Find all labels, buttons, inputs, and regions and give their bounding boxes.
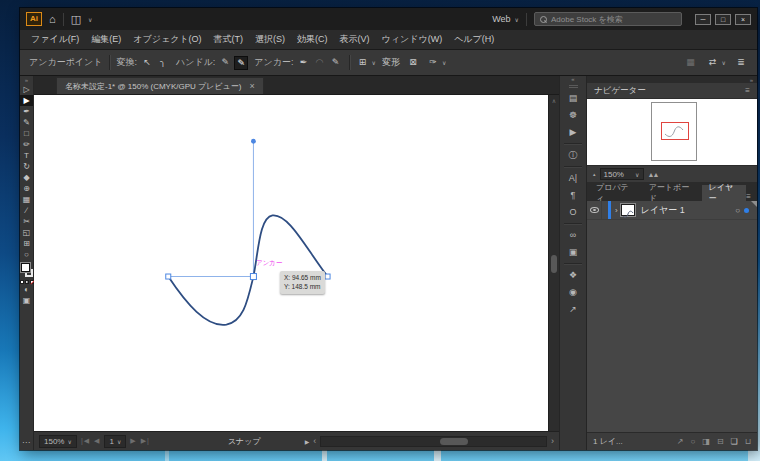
workspace-icon-group[interactable]: ⇄ ∨ [706, 56, 726, 70]
convert-to-smooth-icon[interactable]: ╮ [156, 56, 170, 70]
document-tab[interactable]: 名称未設定-1* @ 150% (CMYK/GPU プレビュー) × [56, 77, 264, 94]
maximize-button[interactable]: □ [715, 14, 731, 25]
rotate-tool[interactable]: ↻ [20, 161, 33, 172]
pen-tool[interactable]: ✒ [20, 106, 33, 117]
anchor-point-right[interactable] [325, 274, 330, 279]
new-layer-icon[interactable]: ❏ [731, 437, 738, 446]
artboards-panel-icon[interactable]: ▤ [562, 90, 584, 107]
asset-export-panel-icon[interactable]: ☸ [562, 107, 584, 124]
align-grid-icon[interactable]: ⊞ [356, 56, 370, 70]
menu-effect[interactable]: 効果(C) [297, 33, 328, 46]
menu-view[interactable]: 表示(V) [340, 33, 370, 46]
zoom-tool[interactable]: ○ [20, 249, 33, 260]
target-circle-icon[interactable]: ○ [735, 206, 740, 215]
drawing-mode-button[interactable]: ◐ [20, 284, 33, 295]
locate-object-icon[interactable]: ○ [690, 437, 695, 446]
home-icon[interactable]: ⌂ [49, 14, 56, 25]
navigator-zoom-field[interactable]: 150% ∨ [600, 168, 644, 180]
close-tab-icon[interactable]: × [249, 81, 254, 91]
search-input[interactable] [551, 15, 676, 24]
artboard-tool[interactable]: ⊞ [20, 238, 33, 249]
show-handles-icon[interactable]: ✎ [218, 56, 232, 70]
document-info-panel-icon[interactable]: ⓘ [562, 147, 584, 164]
align-group[interactable]: ⊞ ∨ [356, 56, 376, 70]
selection-tool[interactable]: ▷ [20, 84, 33, 95]
gradient-button[interactable] [25, 280, 29, 284]
workspace-switcher[interactable]: Web ∨ [492, 14, 519, 24]
vertical-scrollbar[interactable]: ∧ [548, 95, 559, 431]
menu-object[interactable]: オブジェクト(O) [133, 33, 201, 46]
menu-select[interactable]: 選択(S) [255, 33, 285, 46]
artboard-canvas[interactable]: アンカー X: 94.65 mm Y: 148.5 mm [34, 95, 548, 431]
hide-handles-icon[interactable]: ✎ [234, 56, 248, 70]
arrange-documents-icon[interactable]: ◫ [71, 14, 81, 25]
last-artboard-icon[interactable]: ▶| [141, 437, 150, 445]
next-artboard-icon[interactable]: ▶ [130, 437, 136, 445]
panel-menu-icon[interactable]: ≡ [745, 86, 750, 95]
first-artboard-icon[interactable]: |◀ [81, 437, 90, 445]
convert-to-corner-icon[interactable]: ↖ [140, 56, 154, 70]
mesh-tool[interactable]: ▦ [20, 194, 33, 205]
toolbar-grip[interactable]: » [25, 77, 28, 84]
cut-path-icon[interactable]: ✎ [329, 56, 343, 70]
tab-layers[interactable]: レイヤー [702, 185, 747, 201]
previous-artboard-icon[interactable]: ◀ [94, 437, 100, 445]
horizontal-scrollbar[interactable] [320, 436, 547, 447]
anchor-point-left[interactable] [166, 274, 171, 279]
remove-anchor-icon[interactable]: ✒ [297, 56, 311, 70]
fill-stroke-swatches[interactable] [21, 263, 33, 277]
collect-for-export-icon[interactable]: ↗ [677, 437, 684, 446]
navigator-view-rectangle[interactable] [661, 122, 689, 140]
direction-handle-point[interactable] [251, 139, 256, 144]
transform-link[interactable]: 変形 [382, 56, 400, 69]
delete-layer-icon[interactable]: ⊔ [745, 437, 751, 446]
zoom-out-icon[interactable]: ▴ [593, 171, 596, 177]
vertical-scroll-thumb[interactable] [551, 255, 557, 273]
menu-window[interactable]: ウィンドウ(W) [382, 33, 443, 46]
chevron-down-icon[interactable]: ∨ [88, 16, 92, 23]
panel-menu-icon[interactable]: ≣ [734, 56, 748, 70]
adobe-stock-search[interactable] [534, 12, 682, 26]
scroll-up-icon[interactable]: ∧ [549, 97, 559, 104]
scroll-left-icon[interactable]: ‹ [313, 436, 316, 446]
opentype-panel-icon[interactable]: O [562, 204, 584, 221]
anchor-point-center[interactable] [250, 274, 256, 280]
isolate-selection-icon[interactable]: ⊠ [406, 56, 420, 70]
navigator-panel-header[interactable]: ナビゲーター ≡ [587, 83, 757, 99]
menu-file[interactable]: ファイル(F) [31, 33, 79, 46]
grid-toggle-icon[interactable]: ▦ [684, 56, 698, 70]
color-button[interactable] [20, 280, 24, 284]
libraries-panel-icon[interactable]: ▣ [562, 244, 584, 261]
artboard-number-dropdown[interactable]: 1 ∨ [104, 435, 126, 448]
shape-builder-tool[interactable]: ◆ [20, 172, 33, 183]
curvature-tool[interactable]: ✎ [20, 117, 33, 128]
expand-panels-icon[interactable]: « [571, 76, 574, 83]
rectangle-tool[interactable]: □ [20, 128, 33, 139]
switch-workspace-icon[interactable]: ⇄ [706, 56, 720, 70]
eye-icon[interactable] [590, 207, 599, 213]
menu-type[interactable]: 書式(T) [214, 33, 244, 46]
paintbrush-tool[interactable]: ✏ [20, 139, 33, 150]
status-indicator[interactable]: スナップ [228, 436, 261, 447]
free-transform-tool[interactable]: ◱ [20, 227, 33, 238]
new-sublayer-icon[interactable]: ⊟ [717, 437, 724, 446]
links-panel-icon[interactable]: ∞ [562, 227, 584, 244]
clipping-mask-icon[interactable]: ◨ [702, 437, 710, 446]
export-panel-icon[interactable]: ↗ [562, 301, 584, 318]
none-button[interactable] [30, 280, 34, 284]
type-tool[interactable]: T [20, 150, 33, 161]
navigator-preview[interactable] [587, 99, 757, 165]
screen-mode-button[interactable]: ▣ [20, 295, 33, 306]
perspective-grid-tool[interactable]: ⊕ [20, 183, 33, 194]
menu-help[interactable]: ヘルプ(H) [454, 33, 494, 46]
tab-properties[interactable]: プロパティ [589, 185, 642, 201]
menu-edit[interactable]: 編集(E) [91, 33, 121, 46]
zoom-in-icon[interactable]: ▲▲ [648, 171, 658, 178]
close-button[interactable]: × [735, 14, 751, 25]
panel-menu-icon[interactable]: ≡ [746, 192, 757, 201]
dock-grip[interactable] [569, 85, 578, 88]
zoom-level-dropdown[interactable]: 150% ∨ [39, 435, 77, 448]
actions-panel-icon[interactable]: ▶ [562, 124, 584, 141]
appearance-panel-icon[interactable]: ❖ [562, 267, 584, 284]
scissors-tool[interactable]: ✂ [20, 216, 33, 227]
